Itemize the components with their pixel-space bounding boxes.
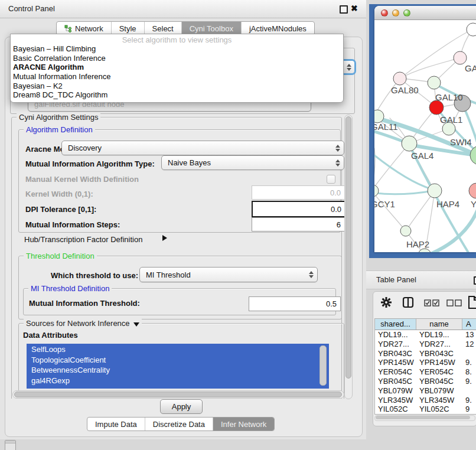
- network-node[interactable]: [428, 184, 442, 198]
- table-cell[interactable]: YER054C: [416, 367, 462, 377]
- table-cell[interactable]: YIL052C: [416, 405, 462, 414]
- network-edge-highlighted[interactable]: [374, 191, 433, 194]
- column-header-clipped[interactable]: A: [462, 319, 476, 330]
- data-attribute-item[interactable]: BetweennessCentrality: [27, 365, 329, 376]
- network-node[interactable]: [429, 100, 444, 115]
- algorithm-option[interactable]: Bayesian – Hill Climbing: [11, 44, 343, 54]
- table-cell[interactable]: YLR345W: [375, 396, 416, 405]
- table-cell[interactable]: YIL052C: [375, 405, 416, 414]
- network-canvas[interactable]: GALGAL80GAL10GAL1GAL11SWI4GAL4GCY1HAP4YH…: [374, 20, 476, 252]
- table-cell[interactable]: YPR145W: [375, 358, 416, 367]
- table-cell[interactable]: [462, 349, 476, 358]
- select-all-checked-icon[interactable]: [424, 299, 439, 306]
- table-cell[interactable]: 9: [462, 405, 476, 414]
- table-row[interactable]: YPR145WYPR145W9.: [375, 358, 476, 367]
- tab-discretize-data[interactable]: Discretize Data: [145, 418, 213, 431]
- table-row[interactable]: YBL079WYBL079W: [375, 386, 476, 396]
- tab-select[interactable]: Select: [144, 22, 181, 35]
- table-cell[interactable]: 8.: [462, 367, 476, 377]
- tab-network[interactable]: Network: [57, 22, 111, 35]
- data-attribute-item[interactable]: TopologicalCoefficient: [27, 355, 329, 366]
- table-cell[interactable]: 9.: [462, 377, 476, 386]
- column-header-shared-name[interactable]: shared...: [375, 319, 416, 330]
- network-node[interactable]: [402, 136, 417, 151]
- table-cell[interactable]: 9.: [462, 358, 476, 367]
- attr-list-scrollbar[interactable]: [319, 345, 327, 386]
- data-attribute-item[interactable]: SelfLoops: [27, 344, 329, 355]
- settings-hscrollbar-thumb[interactable]: [14, 392, 342, 397]
- gear-icon[interactable]: [380, 296, 392, 308]
- minimize-traffic-light-icon[interactable]: [392, 9, 399, 17]
- network-edge[interactable]: [374, 144, 409, 191]
- settings-vscrollbar-thumb[interactable]: [345, 116, 351, 379]
- aracne-mode-combo[interactable]: Discovery: [61, 141, 344, 155]
- table-hscrollbar-thumb[interactable]: [376, 416, 470, 419]
- network-node[interactable]: [469, 183, 476, 198]
- tab-jactivemnodules[interactable]: jActiveMNodules: [241, 22, 314, 35]
- data-attributes-list[interactable]: SelfLoopsTopologicalCoefficientBetweenne…: [27, 344, 329, 389]
- table-cell[interactable]: YDR27...: [416, 340, 462, 349]
- apply-button[interactable]: Apply: [160, 399, 203, 414]
- table-row[interactable]: YBR045CYBR045C9.: [375, 377, 476, 386]
- dpi-tolerance-field[interactable]: 0.0: [252, 201, 345, 217]
- close-icon[interactable]: ✖: [351, 4, 358, 13]
- table-row[interactable]: YDL19...YDL19...13: [375, 330, 476, 340]
- document-icon[interactable]: [468, 295, 476, 309]
- table-cell[interactable]: YDR27...: [375, 340, 416, 349]
- mi-steps-field[interactable]: 6: [252, 217, 345, 231]
- tab-impute-data[interactable]: Impute Data: [87, 418, 145, 431]
- hub-section-label[interactable]: Hub/Transcription Factor Definition: [24, 235, 142, 244]
- table-cell[interactable]: [462, 386, 476, 396]
- tab-infer-network[interactable]: Infer Network: [213, 418, 274, 431]
- table-cell[interactable]: 13: [462, 330, 476, 340]
- table-cell[interactable]: YLR345W: [416, 396, 462, 405]
- settings-vscrollbar[interactable]: [344, 115, 353, 399]
- float-window-icon[interactable]: [340, 5, 348, 14]
- algorithm-option[interactable]: Mutual Information Inference: [11, 72, 343, 81]
- network-window-titlebar[interactable]: [374, 6, 476, 20]
- mi-threshold-field[interactable]: 0.5: [249, 296, 341, 311]
- table-cell[interactable]: YBR045C: [375, 377, 416, 386]
- sources-group-title[interactable]: Sources for Network Inference: [24, 319, 142, 328]
- table-cell[interactable]: 12: [462, 340, 476, 349]
- expand-arrow-icon[interactable]: [162, 235, 167, 241]
- table-cell[interactable]: 9.: [462, 396, 476, 405]
- table-cell[interactable]: YBL079W: [416, 386, 462, 396]
- which-threshold-combo[interactable]: MI Threshold: [139, 267, 318, 282]
- manual-kernel-checkbox[interactable]: [327, 175, 335, 184]
- network-edge[interactable]: [400, 58, 460, 79]
- mi-type-combo[interactable]: Naive Bayes: [161, 155, 344, 170]
- table-cell[interactable]: YBL079W: [375, 386, 416, 396]
- table-row[interactable]: YLR345WYLR345W9.: [375, 396, 476, 405]
- network-node[interactable]: [454, 51, 467, 64]
- table-row[interactable]: YIL052CYIL052C9: [375, 405, 476, 414]
- table-cell[interactable]: YDL19...: [416, 330, 462, 340]
- network-node[interactable]: [470, 146, 476, 165]
- table-cell[interactable]: YBR043C: [375, 349, 416, 358]
- network-node[interactable]: [393, 72, 406, 85]
- algorithm-option[interactable]: Bayesian – K2: [11, 81, 343, 91]
- data-attribute-item[interactable]: gal4RGexp: [27, 376, 329, 386]
- table-hscrollbar[interactable]: [374, 415, 475, 421]
- float-window-icon[interactable]: [474, 276, 476, 285]
- network-edge[interactable]: [406, 191, 435, 231]
- network-node[interactable]: [467, 23, 476, 36]
- algorithm-option[interactable]: ARACNE Algorithm: [11, 63, 343, 72]
- table-cell[interactable]: YBR045C: [416, 377, 462, 386]
- table-cell[interactable]: YBR043C: [416, 349, 462, 358]
- network-node[interactable]: [400, 226, 411, 236]
- tab-style[interactable]: Style: [111, 22, 144, 35]
- algorithm-option[interactable]: Basic Correlation Inference: [11, 54, 343, 63]
- network-node[interactable]: [374, 185, 379, 197]
- algorithm-option[interactable]: Dream8 DC_TDC Algorithm: [11, 90, 343, 100]
- close-traffic-light-icon[interactable]: [381, 9, 388, 17]
- table-cell[interactable]: YDL19...: [375, 330, 416, 340]
- select-none-icon[interactable]: [446, 299, 462, 306]
- network-node[interactable]: [428, 76, 441, 89]
- settings-hscrollbar[interactable]: [12, 390, 344, 399]
- table-cell[interactable]: YER054C: [375, 367, 416, 377]
- table-cell[interactable]: YPR145W: [416, 358, 462, 367]
- zoom-traffic-light-icon[interactable]: [403, 9, 410, 17]
- table-row[interactable]: YBR043CYBR043C: [375, 349, 476, 358]
- split-columns-icon[interactable]: [402, 296, 414, 308]
